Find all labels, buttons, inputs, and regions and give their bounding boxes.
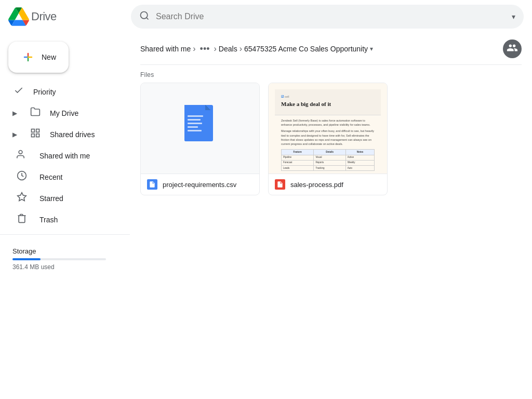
sidebar: New Priority ▶ My Drive bbox=[0, 33, 130, 399]
pdf-table-cell-6: Weekly bbox=[345, 160, 374, 165]
sidebar-divider bbox=[0, 234, 130, 235]
starred-icon bbox=[12, 192, 31, 205]
breadcrumb-arrow-1: › bbox=[193, 44, 195, 54]
pdf-table-cell-1: Pipeline bbox=[282, 155, 314, 160]
shared-with-me-icon bbox=[12, 149, 31, 162]
search-dropdown-icon[interactable]: ▾ bbox=[512, 12, 515, 21]
pdf-table-cell-4: Forecast bbox=[282, 160, 314, 165]
svg-rect-17 bbox=[188, 115, 203, 117]
search-input[interactable] bbox=[156, 12, 506, 21]
pdf-table: Feature Details Notes Pipeline Visual Ac… bbox=[281, 149, 375, 171]
pdf-brand: ☑ sell bbox=[281, 95, 375, 99]
search-icon bbox=[139, 10, 150, 23]
storage-bar-fill bbox=[12, 258, 41, 260]
priority-icon bbox=[12, 85, 25, 98]
svg-point-10 bbox=[19, 151, 22, 154]
app-title: Drive bbox=[31, 10, 57, 23]
svg-rect-15 bbox=[184, 105, 205, 110]
logo-area: Drive bbox=[8, 6, 123, 27]
svg-point-0 bbox=[141, 11, 148, 18]
csv-file-footer: project-requirements.csv bbox=[141, 174, 259, 195]
breadcrumb-bar: Shared with me › ••• › Deals › 65475325 … bbox=[140, 33, 522, 65]
pdf-table-cell-9: Auto bbox=[345, 166, 374, 171]
svg-rect-18 bbox=[188, 119, 201, 121]
storage-label: Storage bbox=[12, 247, 117, 255]
sidebar-item-priority[interactable]: Priority bbox=[0, 81, 122, 102]
pdf-file-footer: sales-process.pdf bbox=[269, 174, 387, 195]
drive-logo-icon bbox=[8, 6, 29, 27]
shared-drives-icon bbox=[29, 128, 42, 141]
pdf-table-cell-2: Visual bbox=[314, 155, 345, 160]
svg-rect-8 bbox=[36, 134, 39, 137]
sidebar-label-priority: Priority bbox=[33, 88, 56, 96]
sidebar-label-shared-drives: Shared drives bbox=[50, 130, 95, 139]
main-content: Shared with me › ••• › Deals › 65475325 … bbox=[130, 33, 532, 399]
my-drive-icon bbox=[29, 107, 42, 119]
recent-icon bbox=[12, 170, 31, 183]
breadcrumb-current[interactable]: 65475325 Acme Co Sales Opportunity ▾ bbox=[244, 45, 373, 53]
pdf-type-icon bbox=[275, 179, 285, 190]
svg-line-1 bbox=[147, 17, 149, 19]
pdf-header: ☑ sell Make a big deal of it bbox=[275, 89, 381, 115]
svg-marker-12 bbox=[18, 193, 26, 201]
pdf-preview-content: ☑ sell Make a big deal of it Zendesk Sel… bbox=[269, 83, 387, 174]
svg-rect-7 bbox=[36, 129, 39, 132]
pdf-table-header-2: Details bbox=[314, 150, 345, 155]
pdf-body: Zendesk Sell (formerly Base) is sales fo… bbox=[275, 115, 381, 174]
file-card-csv[interactable]: project-requirements.csv bbox=[140, 83, 260, 195]
breadcrumb-shared-with-me[interactable]: Shared with me bbox=[140, 45, 191, 53]
my-drive-expand-icon: ▶ bbox=[12, 110, 21, 117]
avatar-button[interactable] bbox=[503, 39, 522, 58]
new-button-label: New bbox=[42, 53, 56, 61]
svg-rect-19 bbox=[188, 123, 202, 124]
pdf-body-text-2: Manage relationships with your often bus… bbox=[281, 129, 375, 146]
trash-icon bbox=[12, 213, 31, 226]
breadcrumb-current-label: 65475325 Acme Co Sales Opportunity bbox=[244, 45, 368, 53]
pdf-file-preview: ☑ sell Make a big deal of it Zendesk Sel… bbox=[269, 83, 387, 174]
breadcrumb-arrow-2: › bbox=[214, 44, 217, 54]
breadcrumb-deals[interactable]: Deals bbox=[219, 45, 237, 53]
breadcrumb-dropdown-icon[interactable]: ▾ bbox=[370, 45, 373, 52]
pdf-table-cell-8: Tracking bbox=[314, 166, 345, 171]
new-plus-icon bbox=[21, 50, 35, 64]
sidebar-item-starred[interactable]: Starred bbox=[0, 188, 122, 209]
sidebar-item-trash[interactable]: Trash bbox=[0, 209, 122, 230]
csv-file-name: project-requirements.csv bbox=[163, 181, 236, 189]
sidebar-item-shared-with-me[interactable]: Shared with me bbox=[0, 145, 122, 166]
pdf-table-header-1: Feature bbox=[282, 150, 314, 155]
sidebar-item-shared-drives[interactable]: ▶ Shared drives bbox=[0, 124, 122, 145]
pdf-table-cell-7: Leads bbox=[282, 166, 314, 171]
pdf-headline: Make a big deal of it bbox=[281, 100, 375, 108]
svg-rect-6 bbox=[32, 129, 35, 132]
new-button[interactable]: New bbox=[8, 42, 69, 73]
storage-used-text: 361.4 MB used bbox=[12, 263, 117, 271]
files-section-label: Files bbox=[140, 65, 522, 83]
svg-rect-20 bbox=[188, 126, 198, 128]
svg-rect-21 bbox=[188, 130, 202, 131]
sidebar-label-my-drive: My Drive bbox=[50, 109, 78, 117]
top-bar: Drive ▾ bbox=[0, 0, 532, 33]
csv-file-preview bbox=[141, 83, 259, 174]
shared-drives-expand-icon: ▶ bbox=[12, 131, 21, 138]
csv-type-icon bbox=[147, 179, 157, 190]
pdf-table-header-3: Notes bbox=[345, 150, 374, 155]
pdf-table-cell-5: Reports bbox=[314, 160, 345, 165]
pdf-body-text-1: Zendesk Sell (formerly Base) is sales fo… bbox=[281, 118, 375, 127]
file-card-pdf[interactable]: ☑ sell Make a big deal of it Zendesk Sel… bbox=[268, 83, 388, 195]
sidebar-label-shared-with-me: Shared with me bbox=[39, 152, 90, 160]
storage-section: Storage 361.4 MB used bbox=[0, 239, 130, 275]
main-area: New Priority ▶ My Drive bbox=[0, 33, 532, 399]
pdf-table-cell-3: Active bbox=[345, 155, 374, 160]
breadcrumb-more-icon[interactable]: ••• bbox=[198, 44, 212, 55]
docs-file-icon bbox=[179, 104, 221, 153]
sidebar-label-trash: Trash bbox=[39, 216, 58, 224]
breadcrumb-row: Shared with me › ••• › Deals › 65475325 … bbox=[140, 44, 503, 55]
sidebar-label-recent: Recent bbox=[39, 173, 62, 181]
search-bar[interactable]: ▾ bbox=[131, 5, 524, 29]
svg-rect-9 bbox=[32, 134, 35, 137]
storage-bar-background bbox=[12, 258, 106, 260]
breadcrumb-arrow-3: › bbox=[240, 44, 242, 54]
pdf-file-name: sales-process.pdf bbox=[290, 181, 343, 189]
sidebar-item-my-drive[interactable]: ▶ My Drive bbox=[0, 102, 122, 124]
sidebar-item-recent[interactable]: Recent bbox=[0, 166, 122, 188]
